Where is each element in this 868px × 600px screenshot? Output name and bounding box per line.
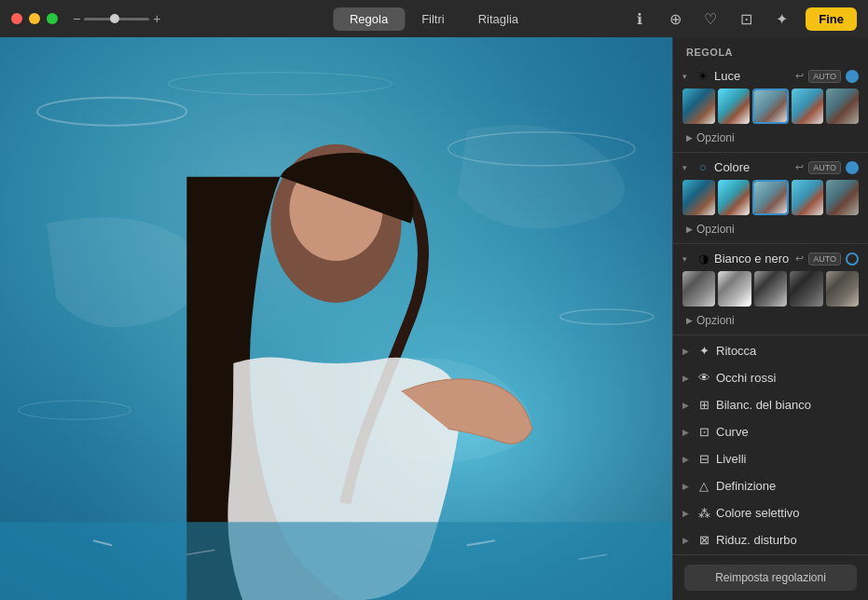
reset-button[interactable]: Reimposta regolazioni <box>684 565 857 591</box>
colore-icon: ○ <box>696 160 710 174</box>
photo-area <box>0 37 672 600</box>
luce-thumbnails <box>673 87 868 130</box>
bn-thumb-2[interactable] <box>718 271 751 307</box>
list-item-livelli[interactable]: ▶ ⊟ Livelli <box>673 445 868 472</box>
bianco-nero-auto-badge[interactable]: AUTO <box>808 252 841 266</box>
livelli-icon: ⊟ <box>696 452 712 466</box>
bn-thumb-5[interactable] <box>826 271 859 307</box>
tab-regola[interactable]: Regola <box>333 7 405 31</box>
bn-options-label: Opzioni <box>696 314 735 327</box>
livelli-label: Livelli <box>716 452 747 466</box>
colore-undo-icon[interactable]: ↩ <box>795 161 804 173</box>
section-bianco-nero[interactable]: ▾ ◑ Bianco e nero ↩ AUTO <box>673 246 868 269</box>
panel-footer: Reimposta regolazioni <box>673 554 868 600</box>
definizione-label: Definizione <box>716 479 776 493</box>
list-item-colore-selettivo[interactable]: ▶ ⁂ Colore selettivo <box>673 499 868 526</box>
titlebar-right: ℹ ⊕ ♡ ⊡ ✦ Fine <box>628 7 857 31</box>
minimize-button[interactable] <box>29 13 40 24</box>
luce-actions: ↩ AUTO <box>795 70 859 83</box>
section-luce[interactable]: ▾ ☀ Luce ↩ AUTO <box>673 63 868 87</box>
luce-thumb-2[interactable] <box>718 89 751 124</box>
colore-auto-badge[interactable]: AUTO <box>808 161 841 174</box>
brightness-plus-icon[interactable]: + <box>153 11 160 26</box>
tab-bar: Regola Filtri Ritaglia <box>333 7 535 31</box>
bianco-nero-chevron-icon: ▾ <box>682 254 692 264</box>
riduz-disturbo-icon: ⊠ <box>696 533 712 547</box>
brightness-slider[interactable]: − + <box>73 11 160 26</box>
curve-chevron-icon: ▶ <box>682 428 692 437</box>
bianco-nero-undo-icon[interactable]: ↩ <box>795 252 804 265</box>
panel-title: REGOLA <box>673 37 868 63</box>
bn-thumb-1[interactable] <box>682 271 715 307</box>
colore-thumb-2[interactable] <box>718 180 751 215</box>
colore-options[interactable]: ▶ Opzioni <box>673 221 868 241</box>
list-item-occhi-rossi[interactable]: ▶ 👁 Occhi rossi <box>673 364 868 391</box>
bilanc-bianco-label: Bilanc. del bianco <box>716 398 811 412</box>
divider-2 <box>673 243 868 244</box>
crop-button[interactable]: ⊡ <box>735 7 757 30</box>
riduz-disturbo-label: Riduz. disturbo <box>716 533 797 547</box>
traffic-lights <box>11 13 58 24</box>
luce-thumb-4[interactable] <box>792 89 824 124</box>
list-item-definizione[interactable]: ▶ △ Definizione <box>673 472 868 499</box>
luce-thumb-1[interactable] <box>682 89 715 124</box>
list-item-curve[interactable]: ▶ ⊡ Curve <box>673 418 868 445</box>
tools-button[interactable]: ✦ <box>770 7 792 30</box>
ritocca-label: Ritocca <box>716 344 756 358</box>
bn-thumb-4[interactable] <box>790 271 822 307</box>
luce-undo-icon[interactable]: ↩ <box>795 70 804 82</box>
info-button[interactable]: ℹ <box>628 7 651 30</box>
bn-options-chevron-icon: ▶ <box>686 316 693 325</box>
colore-thumb-5[interactable] <box>826 180 859 215</box>
luce-circle-icon[interactable] <box>846 70 859 83</box>
done-button[interactable]: Fine <box>806 7 857 31</box>
bianco-nero-actions: ↩ AUTO <box>795 252 859 266</box>
riduz-disturbo-chevron-icon: ▶ <box>682 536 692 545</box>
colore-actions: ↩ AUTO <box>795 161 859 174</box>
right-panel: REGOLA ▾ ☀ Luce ↩ AUTO ▶ <box>672 37 868 600</box>
colore-options-chevron-icon: ▶ <box>686 225 693 234</box>
divider-1 <box>673 152 868 153</box>
colore-thumbnails <box>673 178 868 221</box>
fullscreen-button[interactable] <box>47 13 58 24</box>
colore-selettivo-label: Colore selettivo <box>716 506 800 520</box>
panel-scroll: ▾ ☀ Luce ↩ AUTO ▶ Opzioni <box>673 63 868 554</box>
bianco-nero-icon: ◑ <box>696 252 710 266</box>
luce-sun-icon: ☀ <box>696 69 710 83</box>
list-item-ritocca[interactable]: ▶ ✦ Ritocca <box>673 337 868 364</box>
section-colore[interactable]: ▾ ○ Colore ↩ AUTO <box>673 155 868 178</box>
list-item-bilanc-bianco[interactable]: ▶ ⊞ Bilanc. del bianco <box>673 391 868 418</box>
bianco-nero-options[interactable]: ▶ Opzioni <box>673 312 868 333</box>
definizione-icon: △ <box>696 479 712 493</box>
tab-ritaglia[interactable]: Ritaglia <box>462 7 535 31</box>
luce-auto-badge[interactable]: AUTO <box>808 70 841 83</box>
livelli-chevron-icon: ▶ <box>682 455 692 464</box>
colore-label: Colore <box>714 160 792 174</box>
bianco-nero-thumbnails <box>673 269 868 312</box>
bianco-nero-circle-icon[interactable] <box>846 252 859 266</box>
favorite-button[interactable]: ♡ <box>699 7 722 30</box>
close-button[interactable] <box>11 13 22 24</box>
list-item-riduz-disturbo[interactable]: ▶ ⊠ Riduz. disturbo <box>673 526 868 553</box>
colore-thumb-3[interactable] <box>752 180 789 215</box>
luce-thumb-3[interactable] <box>752 89 789 124</box>
luce-label: Luce <box>714 69 792 83</box>
curve-label: Curve <box>716 425 749 439</box>
colore-thumb-1[interactable] <box>682 180 715 215</box>
colore-selettivo-icon: ⁂ <box>696 506 712 520</box>
share-button[interactable]: ⊕ <box>664 7 686 30</box>
luce-options[interactable]: ▶ Opzioni <box>673 130 868 150</box>
colore-thumb-4[interactable] <box>792 180 824 215</box>
brightness-minus-icon[interactable]: − <box>73 11 80 26</box>
main-content: REGOLA ▾ ☀ Luce ↩ AUTO ▶ <box>0 37 868 600</box>
slider-thumb[interactable] <box>110 14 119 23</box>
colore-chevron-icon: ▾ <box>682 163 692 172</box>
bn-thumb-3[interactable] <box>754 271 787 307</box>
photo-display <box>0 37 672 600</box>
curve-icon: ⊡ <box>696 425 712 439</box>
divider-3 <box>673 334 868 335</box>
titlebar: − + Regola Filtri Ritaglia ℹ ⊕ ♡ ⊡ ✦ Fin… <box>0 0 868 37</box>
colore-circle-icon[interactable] <box>846 161 859 174</box>
luce-thumb-5[interactable] <box>826 89 859 124</box>
tab-filtri[interactable]: Filtri <box>405 7 462 31</box>
